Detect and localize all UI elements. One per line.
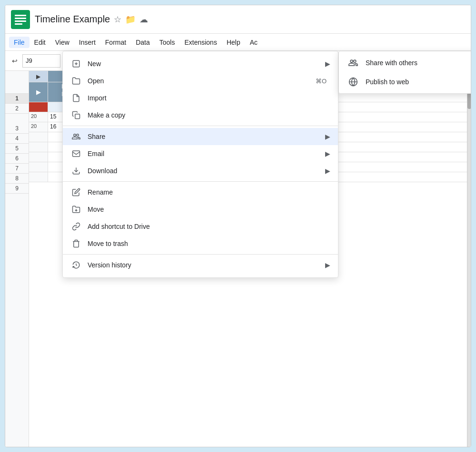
share-arrow: ▶ <box>325 133 330 140</box>
menu-rename-label: Rename <box>88 188 330 196</box>
share-with-others-label: Share with others <box>366 59 417 67</box>
cell-row1-partial: ▶ <box>29 82 48 102</box>
submenu-publish-to-web[interactable]: Publish to web <box>339 72 471 91</box>
share-icon <box>70 132 82 141</box>
menu-make-copy-label: Make a copy <box>88 111 330 119</box>
menu-move[interactable]: Move <box>63 201 338 218</box>
menu-edit[interactable]: Edit <box>30 37 50 48</box>
col-header-partial: ▶ <box>29 71 48 82</box>
publish-to-web-label: Publish to web <box>366 78 409 86</box>
menu-rename[interactable]: Rename <box>63 184 338 201</box>
row-number-5: 5 <box>5 144 29 154</box>
title-icons: ☆ 📁 ☁ <box>114 14 148 25</box>
cell-row4-partial[interactable]: 20 <box>29 122 48 132</box>
menu-version-history[interactable]: Version history ▶ <box>63 256 338 274</box>
row-number-6: 6 <box>5 154 29 164</box>
row-number-4: 4 <box>5 134 29 144</box>
menu-open-label: Open <box>88 77 316 85</box>
doc-title: Timeline Example <box>35 14 110 25</box>
menu-help[interactable]: Help <box>222 37 245 48</box>
menu-move-trash-label: Move to trash <box>88 240 330 247</box>
svg-rect-1 <box>15 15 26 16</box>
menu-file[interactable]: File <box>9 37 30 48</box>
row-number-1: 1 <box>5 94 29 104</box>
row-numbers: 1 2 3 4 5 6 7 8 9 <box>5 71 29 447</box>
file-menu: New ▶ Open ⌘O Import <box>62 51 338 278</box>
submenu-share-with-others[interactable]: Share with others <box>339 53 471 72</box>
share-submenu: Share with others Publish to web <box>338 51 471 94</box>
menu-format[interactable]: Format <box>100 37 131 48</box>
menu-download-label: Download <box>88 167 325 175</box>
import-icon <box>70 94 82 102</box>
menu-insert[interactable]: Insert <box>74 37 100 48</box>
cloud-icon[interactable]: ☁ <box>139 14 148 25</box>
cell-reference-input[interactable] <box>22 54 60 68</box>
menu-new[interactable]: New ▶ <box>63 55 338 72</box>
menu-email[interactable]: Email ▶ <box>63 145 338 162</box>
menu-add-shortcut-label: Add shortcut to Drive <box>88 223 330 230</box>
share-people-icon <box>347 58 360 68</box>
email-arrow: ▶ <box>325 150 330 157</box>
menu-section-3: Rename Move <box>63 182 338 255</box>
app-container: Timeline Example ☆ 📁 ☁ File Edit View In… <box>5 5 471 447</box>
version-arrow: ▶ <box>325 261 330 269</box>
globe-icon <box>347 77 360 87</box>
menu-make-copy[interactable]: Make a copy <box>63 107 338 124</box>
title-bar: Timeline Example ☆ 📁 ☁ <box>5 5 471 34</box>
menu-share-label: Share <box>88 133 325 140</box>
star-icon[interactable]: ☆ <box>114 14 121 25</box>
menu-add-shortcut[interactable]: Add shortcut to Drive <box>63 218 338 235</box>
app-logo <box>11 10 30 29</box>
menu-import-label: Import <box>88 94 330 102</box>
cell-row3-partial[interactable]: 20 <box>29 112 48 122</box>
menu-import[interactable]: Import <box>63 89 338 107</box>
undo-button[interactable]: ↩ <box>9 55 20 67</box>
row-number-3: 3 <box>5 124 29 134</box>
menu-download[interactable]: Download ▶ <box>63 162 338 179</box>
new-icon <box>70 59 82 68</box>
menu-tools[interactable]: Tools <box>155 37 180 48</box>
menu-section-1: New ▶ Open ⌘O Import <box>63 53 338 126</box>
menu-view[interactable]: View <box>50 37 74 48</box>
menu-ac[interactable]: Ac <box>245 37 262 48</box>
menu-section-4: Version history ▶ <box>63 255 338 275</box>
history-icon <box>70 261 82 269</box>
copy-icon <box>70 111 82 119</box>
menu-share[interactable]: Share ▶ <box>63 128 338 145</box>
open-icon <box>70 77 82 85</box>
svg-rect-9 <box>73 151 80 157</box>
menu-version-history-label: Version history <box>88 261 325 269</box>
menu-move-trash[interactable]: Move to trash <box>63 235 338 252</box>
row-number-9: 9 <box>5 184 29 194</box>
menu-data[interactable]: Data <box>131 37 155 48</box>
svg-rect-3 <box>15 20 26 22</box>
menu-extensions[interactable]: Extensions <box>179 37 221 48</box>
download-icon <box>70 167 82 175</box>
rename-icon <box>70 188 82 197</box>
download-arrow: ▶ <box>325 167 330 175</box>
new-arrow: ▶ <box>325 60 330 68</box>
menu-open[interactable]: Open ⌘O <box>63 72 338 89</box>
trash-icon <box>70 239 82 248</box>
undo-icon: ↩ <box>12 57 18 65</box>
svg-rect-8 <box>75 114 80 119</box>
folder-icon[interactable]: 📁 <box>125 14 136 25</box>
row-number-8: 8 <box>5 174 29 184</box>
menu-bar: File Edit View Insert Format Data Tools … <box>5 34 471 51</box>
move-icon <box>70 205 82 214</box>
shortcut-icon <box>70 222 82 231</box>
menu-section-2: Share ▶ Email ▶ <box>63 126 338 182</box>
cell-row2-partial[interactable] <box>29 102 48 112</box>
row-number-7: 7 <box>5 164 29 174</box>
menu-email-label: Email <box>88 150 325 157</box>
email-icon <box>70 149 82 158</box>
svg-rect-4 <box>15 23 22 25</box>
svg-rect-0 <box>11 10 30 29</box>
open-shortcut: ⌘O <box>316 78 327 85</box>
menu-new-label: New <box>88 60 325 68</box>
svg-rect-2 <box>15 18 26 19</box>
row-number-2: 2 <box>5 104 29 114</box>
menu-move-label: Move <box>88 206 330 213</box>
